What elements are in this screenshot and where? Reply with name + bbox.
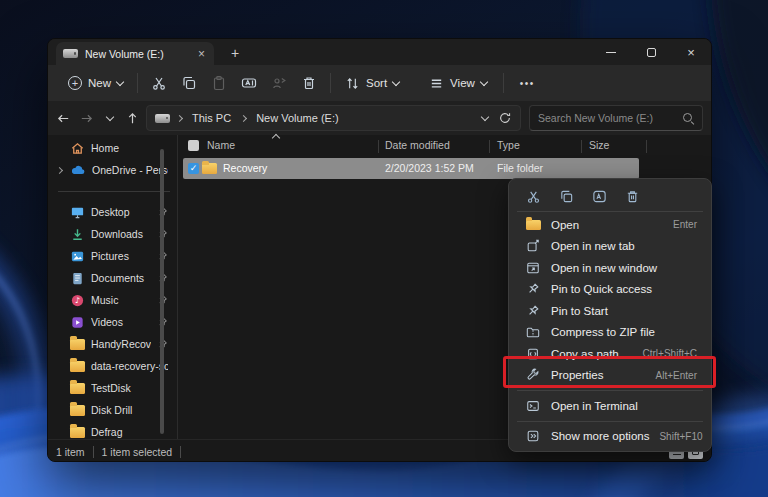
rename-icon	[592, 189, 607, 204]
scissors-icon	[151, 75, 167, 91]
menu-item-compress-to-zip[interactable]: Compress to ZIP file	[513, 322, 707, 344]
maximize-icon	[647, 48, 656, 57]
folder-icon	[70, 361, 85, 372]
menu-item-show-more-options[interactable]: Show more options Shift+F10	[513, 426, 707, 448]
sidebar-item-desktop[interactable]: Desktop	[48, 201, 178, 223]
maximize-button[interactable]	[631, 39, 671, 65]
zip-folder-icon	[526, 325, 540, 339]
sidebar-item-handyrecovery[interactable]: HandyRecovery	[48, 333, 178, 355]
sidebar-item-onedrive[interactable]: OneDrive - Personal	[48, 159, 178, 181]
menu-divider	[517, 421, 703, 422]
column-header-size[interactable]: Size	[589, 139, 609, 151]
new-button-label: New	[88, 77, 111, 89]
menu-item-open-in-terminal[interactable]: Open in Terminal	[513, 395, 707, 417]
breadcrumb-this-pc[interactable]: This PC	[189, 111, 234, 125]
rename-button[interactable]	[587, 185, 611, 207]
sidebar-item-disk-drill[interactable]: Disk Drill	[48, 399, 178, 421]
up-button[interactable]	[121, 106, 144, 130]
sort-ascending-icon	[272, 134, 280, 142]
search-input[interactable]	[538, 112, 682, 124]
menu-item-pin-to-quick-access[interactable]: Pin to Quick access	[513, 279, 707, 301]
tab-close-icon[interactable]: ×	[196, 48, 207, 60]
terminal-icon	[526, 399, 540, 413]
column-header-date-modified[interactable]: Date modified	[385, 139, 450, 151]
sidebar-item-label: Defrag	[91, 426, 168, 438]
folder-icon	[70, 427, 85, 438]
menu-item-open-in-new-tab[interactable]: Open in new tab	[513, 236, 707, 258]
column-divider[interactable]	[378, 140, 379, 153]
share-button[interactable]	[264, 70, 294, 96]
breadcrumb-new-volume[interactable]: New Volume (E:)	[253, 111, 342, 125]
column-header-name[interactable]: Name	[207, 139, 235, 151]
column-divider[interactable]	[646, 140, 647, 153]
hard-drive-icon	[155, 114, 170, 123]
menu-item-open[interactable]: Open Enter	[513, 214, 707, 236]
column-header-type[interactable]: Type	[497, 139, 520, 151]
view-button[interactable]: View	[421, 71, 495, 96]
cut-button[interactable]	[144, 70, 174, 96]
sort-button[interactable]: Sort	[337, 71, 407, 96]
rename-button[interactable]	[234, 70, 264, 96]
copy-button[interactable]	[554, 185, 578, 207]
expand-chevron-icon[interactable]	[54, 168, 64, 173]
sidebar-item-pictures[interactable]: Pictures	[48, 245, 178, 267]
sidebar-item-label: Pictures	[91, 250, 151, 262]
close-button[interactable]: ×	[671, 39, 711, 65]
menu-item-properties[interactable]: Properties Alt+Enter	[513, 365, 707, 387]
recent-locations-button[interactable]	[98, 106, 121, 130]
delete-button[interactable]	[294, 70, 324, 96]
navigation-pane: Home OneDrive - Personal Desktop	[48, 135, 178, 439]
sidebar-item-home[interactable]: Home	[48, 137, 178, 159]
sidebar-item-documents[interactable]: Documents	[48, 267, 178, 289]
menu-item-open-in-new-window[interactable]: Open in new window	[513, 257, 707, 279]
menu-item-label: Open in Terminal	[551, 400, 638, 412]
refresh-icon[interactable]	[498, 111, 512, 125]
copy-button[interactable]	[174, 70, 204, 96]
row-checkbox-checked[interactable]: ✓	[188, 163, 199, 174]
house-icon	[70, 141, 85, 156]
breadcrumb[interactable]: This PC New Volume (E:)	[146, 105, 521, 131]
menu-item-pin-to-start[interactable]: Pin to Start	[513, 300, 707, 322]
forward-button[interactable]	[75, 106, 98, 130]
chevron-down-icon	[105, 112, 113, 120]
minimize-button[interactable]	[591, 39, 631, 65]
column-divider[interactable]	[581, 140, 582, 153]
share-icon	[271, 75, 287, 91]
sidebar-item-label: Music	[91, 294, 151, 306]
sidebar-item-videos[interactable]: Videos	[48, 311, 178, 333]
sidebar-item-label: data-recovery-scan	[91, 360, 168, 372]
sidebar-item-label: HandyRecovery	[91, 338, 151, 350]
cut-button[interactable]	[521, 185, 545, 207]
column-divider[interactable]	[489, 140, 490, 153]
item-count: 1 item	[56, 446, 85, 458]
pushpin-icon	[526, 304, 540, 318]
sidebar-item-label: Desktop	[91, 206, 151, 218]
play-icon	[70, 315, 85, 330]
see-more-button[interactable]: •••	[512, 73, 543, 94]
sidebar-item-testdisk[interactable]: TestDisk	[48, 377, 178, 399]
select-all-checkbox[interactable]	[188, 140, 199, 151]
arrow-left-icon	[56, 111, 71, 126]
sidebar-item-music[interactable]: ♪ Music	[48, 289, 178, 311]
chevron-down-icon[interactable]	[481, 112, 489, 120]
plus-circle-icon: +	[68, 76, 82, 90]
delete-button[interactable]	[620, 185, 644, 207]
sidebar-item-downloads[interactable]: Downloads	[48, 223, 178, 245]
menu-item-copy-as-path[interactable]: Copy as path Ctrl+Shift+C	[513, 343, 707, 365]
cell-type: File folder	[497, 162, 543, 174]
up-down-arrows-icon	[345, 76, 360, 91]
rename-icon	[241, 75, 257, 91]
new-button[interactable]: + New	[60, 71, 131, 95]
hard-drive-icon	[63, 49, 78, 58]
sidebar-scrollbar[interactable]	[160, 149, 164, 434]
tab-new-volume[interactable]: New Volume (E:) ×	[56, 42, 214, 65]
menu-item-label: Pin to Start	[551, 305, 608, 317]
search-box[interactable]	[529, 105, 703, 131]
sidebar-item-data-recovery-scan[interactable]: data-recovery-scan	[48, 355, 178, 377]
clipboard-icon	[211, 75, 227, 91]
table-row-recovery-selected[interactable]: ✓ Recovery 2/20/2023 1:52 PM File folder	[183, 158, 639, 179]
new-tab-button[interactable]: +	[224, 42, 246, 64]
back-button[interactable]	[52, 106, 75, 130]
paste-button[interactable]	[204, 70, 234, 96]
status-divider	[180, 446, 181, 458]
